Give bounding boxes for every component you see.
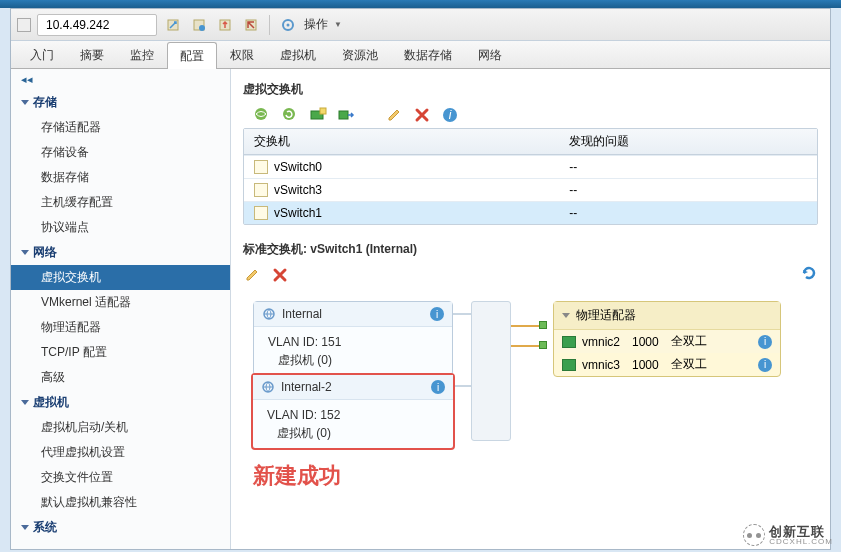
- host-icon: [17, 18, 31, 32]
- switch-spine: [471, 301, 511, 441]
- tab-configure[interactable]: 配置: [167, 42, 217, 69]
- switch-name: vSwitch1: [274, 206, 322, 220]
- uplink-line: [511, 325, 541, 327]
- table-row[interactable]: vSwitch1 --: [244, 201, 817, 224]
- sidebar-item-swapfile[interactable]: 交换文件位置: [11, 465, 230, 490]
- info-badge-icon[interactable]: i: [430, 307, 444, 321]
- topology-diagram: Internali VLAN ID: 151 虚拟机 (0) Internal-…: [243, 301, 818, 491]
- portgroup-vlan: VLAN ID: 151: [268, 333, 438, 351]
- sidebar-item-virtual-switches[interactable]: 虚拟交换机: [11, 265, 230, 290]
- nav-action-4-icon[interactable]: [241, 15, 261, 35]
- tab-summary[interactable]: 摘要: [67, 41, 117, 68]
- sidebar-item-datastores[interactable]: 数据存储: [11, 165, 230, 190]
- nic-icon: [562, 359, 576, 371]
- migrate-icon[interactable]: [337, 106, 355, 124]
- svg-point-2: [199, 25, 205, 31]
- sidebar-item-default-compat[interactable]: 默认虚拟机兼容性: [11, 490, 230, 515]
- address-field: 10.4.49.242: [37, 14, 157, 36]
- info-badge-icon[interactable]: i: [758, 358, 772, 372]
- actions-dropdown[interactable]: 操作: [304, 16, 328, 33]
- portgroup-vms: 虚拟机 (0): [268, 351, 438, 369]
- sidebar-item-advanced[interactable]: 高级: [11, 365, 230, 390]
- nic-row[interactable]: vmnic21000全双工i: [554, 330, 780, 353]
- remove-vswitch-icon[interactable]: [271, 266, 289, 284]
- tab-monitor[interactable]: 监控: [117, 41, 167, 68]
- sidebar-item-physical-adapters[interactable]: 物理适配器: [11, 315, 230, 340]
- refresh-icon[interactable]: [800, 264, 818, 285]
- sidebar-item-agent-vm[interactable]: 代理虚拟机设置: [11, 440, 230, 465]
- connector-line: [453, 313, 471, 315]
- nav-action-2-icon[interactable]: [189, 15, 209, 35]
- expand-arrow-icon: [562, 313, 570, 318]
- portgroup-internal-2[interactable]: Internal-2i VLAN ID: 152 虚拟机 (0): [251, 373, 455, 450]
- switch-name: vSwitch3: [274, 183, 322, 197]
- nic-duplex: 全双工: [671, 333, 707, 350]
- uplink-adapters[interactable]: 物理适配器 vmnic21000全双工i vmnic31000全双工i: [553, 301, 781, 377]
- th-problems[interactable]: 发现的问题: [559, 129, 817, 154]
- add-host-networking-icon[interactable]: [253, 106, 271, 124]
- info-badge-icon[interactable]: i: [431, 380, 445, 394]
- sidebar-group-system[interactable]: 系统: [11, 515, 230, 540]
- portgroup-icon: [262, 307, 276, 321]
- sidebar-group-vm[interactable]: 虚拟机: [11, 390, 230, 415]
- sidebar-item-tcpip[interactable]: TCP/IP 配置: [11, 340, 230, 365]
- sidebar-group-label: 虚拟机: [33, 394, 69, 411]
- edit-pencil-icon[interactable]: [385, 106, 403, 124]
- watermark: 创新互联 CDCXHL.COM: [743, 524, 833, 546]
- svg-point-8: [283, 108, 295, 120]
- tab-permissions[interactable]: 权限: [217, 41, 267, 68]
- connector-line: [455, 385, 471, 387]
- sidebar-item-host-cache[interactable]: 主机缓存配置: [11, 190, 230, 215]
- nic-duplex: 全双工: [671, 356, 707, 373]
- tab-vms[interactable]: 虚拟机: [267, 41, 329, 68]
- table-row[interactable]: vSwitch3 --: [244, 178, 817, 201]
- sidebar-group-storage[interactable]: 存储: [11, 90, 230, 115]
- svg-rect-11: [339, 111, 348, 119]
- uplink-title: 物理适配器: [576, 307, 636, 324]
- refresh-networking-icon[interactable]: [281, 106, 299, 124]
- delete-x-icon[interactable]: [413, 106, 431, 124]
- address-bar: 10.4.49.242 操作 ▼: [11, 9, 830, 41]
- svg-point-6: [287, 23, 290, 26]
- tab-datastores[interactable]: 数据存储: [391, 41, 465, 68]
- edit-vswitch-icon[interactable]: [243, 266, 261, 284]
- nav-action-3-icon[interactable]: [215, 15, 235, 35]
- nic-row[interactable]: vmnic31000全双工i: [554, 353, 780, 376]
- portgroup-internal[interactable]: Internali VLAN ID: 151 虚拟机 (0): [253, 301, 453, 376]
- table-row[interactable]: vSwitch0 --: [244, 155, 817, 178]
- watermark-line2: CDCXHL.COM: [769, 538, 833, 546]
- main-tabs: 入门 摘要 监控 配置 权限 虚拟机 资源池 数据存储 网络: [11, 41, 830, 69]
- portgroup-icon: [261, 380, 275, 394]
- svg-text:i: i: [449, 108, 452, 122]
- link-dot-icon: [539, 341, 547, 349]
- nic-speed: 1000: [632, 335, 659, 349]
- tab-resource-pools[interactable]: 资源池: [329, 41, 391, 68]
- uplink-line: [511, 345, 541, 347]
- sidebar-item-storage-adapters[interactable]: 存储适配器: [11, 115, 230, 140]
- sidebar-group-network[interactable]: 网络: [11, 240, 230, 265]
- sidebar-item-protocol-endpoints[interactable]: 协议端点: [11, 215, 230, 240]
- th-switch[interactable]: 交换机: [244, 129, 559, 154]
- sidebar-item-vm-startup[interactable]: 虚拟机启动/关机: [11, 415, 230, 440]
- sidebar-group-label: 存储: [33, 94, 57, 111]
- tab-networks[interactable]: 网络: [465, 41, 515, 68]
- switch-toolbar: i: [253, 106, 818, 124]
- switch-icon: [254, 160, 268, 174]
- sidebar-item-storage-devices[interactable]: 存储设备: [11, 140, 230, 165]
- sidebar-collapse-icon[interactable]: ◂◂: [11, 69, 230, 90]
- info-badge-icon[interactable]: i: [758, 335, 772, 349]
- tab-getting-started[interactable]: 入门: [17, 41, 67, 68]
- nav-action-1-icon[interactable]: [163, 15, 183, 35]
- portgroup-vlan: VLAN ID: 152: [267, 406, 439, 424]
- switch-problem: --: [559, 202, 817, 224]
- link-dot-icon: [539, 321, 547, 329]
- add-vswitch-icon[interactable]: [309, 106, 327, 124]
- sidebar-item-vmkernel-adapters[interactable]: VMkernel 适配器: [11, 290, 230, 315]
- sidebar-group-label: 网络: [33, 244, 57, 261]
- switch-problem: --: [559, 156, 817, 178]
- gear-icon[interactable]: [278, 15, 298, 35]
- info-icon[interactable]: i: [441, 106, 459, 124]
- switch-name: vSwitch0: [274, 160, 322, 174]
- annotation-text: 新建成功: [253, 461, 341, 491]
- nic-name: vmnic3: [582, 358, 620, 372]
